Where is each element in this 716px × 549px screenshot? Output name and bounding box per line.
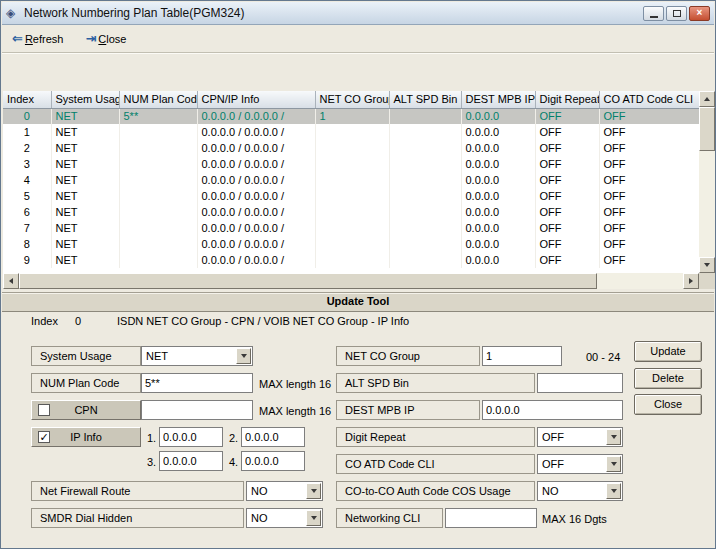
refresh-arrow-icon: ⇐ (12, 33, 23, 45)
table-cell: 8 (3, 236, 51, 252)
ip3-input[interactable] (159, 451, 223, 471)
column-header[interactable]: ALT SPD Bin (389, 91, 461, 108)
column-header[interactable]: DEST MPB IP (461, 91, 535, 108)
column-header[interactable]: CO ATD Code CLI (599, 91, 699, 108)
table-cell: NET (51, 204, 119, 220)
table-row[interactable]: 7NET0.0.0.0 / 0.0.0.0 /0.0.0.0OFFOFF (3, 220, 699, 236)
scrollbar-corner (699, 273, 715, 289)
table-row[interactable]: 6NET0.0.0.0 / 0.0.0.0 /0.0.0.0OFFOFF (3, 204, 699, 220)
co-to-co-auth-dropdown-button[interactable] (606, 483, 621, 499)
ip4-input[interactable] (241, 451, 305, 471)
smdr-dial-hidden-select[interactable]: NO (246, 508, 323, 528)
table-cell: 0.0.0.0 / 0.0.0.0 / (197, 252, 315, 268)
networking-cli-input[interactable] (445, 508, 537, 528)
table-cell: 0.0.0.0 (461, 236, 535, 252)
table-cell: 0.0.0.0 / 0.0.0.0 / (197, 156, 315, 172)
dest-mpb-ip-input[interactable] (482, 400, 623, 420)
table-row[interactable]: 3NET0.0.0.0 / 0.0.0.0 /0.0.0.0OFFOFF (3, 156, 699, 172)
column-header[interactable]: CPN/IP Info (197, 91, 315, 108)
minimize-button[interactable] (643, 6, 664, 21)
vertical-scroll-thumb[interactable] (699, 107, 715, 151)
table-cell (119, 220, 197, 236)
table-row[interactable]: 4NET0.0.0.0 / 0.0.0.0 /0.0.0.0OFFOFF (3, 172, 699, 188)
vertical-scrollbar[interactable] (699, 91, 715, 273)
horizontal-scroll-thumb[interactable] (19, 273, 597, 289)
table-cell: NET (51, 172, 119, 188)
table-cell: 0.0.0.0 / 0.0.0.0 / (197, 108, 315, 124)
table-body: 0NET5**0.0.0.0 / 0.0.0.0 /10.0.0.0OFFOFF… (3, 108, 699, 268)
column-header[interactable]: Digit Repeat (535, 91, 599, 108)
table-grid: IndexSystem UsageNUM Plan CodeCPN/IP Inf… (3, 91, 699, 273)
co-to-co-auth-select[interactable]: NO (537, 481, 623, 501)
net-co-group-label: NET CO Group (336, 346, 480, 366)
cpn-checkbox[interactable] (38, 404, 50, 416)
table-cell (315, 140, 389, 156)
delete-button[interactable]: Delete (634, 368, 702, 389)
close-window-button[interactable]: × (689, 6, 710, 21)
table-row[interactable]: 0NET5**0.0.0.0 / 0.0.0.0 /10.0.0.0OFFOFF (3, 108, 699, 124)
column-header[interactable]: NET CO Group (315, 91, 389, 108)
cpn-toggle[interactable]: CPN (31, 400, 141, 420)
column-header[interactable]: System Usage (51, 91, 119, 108)
index-label: Index (31, 315, 58, 327)
table-cell (389, 188, 461, 204)
net-firewall-route-label: Net Firewall Route (31, 481, 244, 501)
ip2-label: 2. (229, 432, 238, 444)
refresh-button[interactable]: ⇐ Refresh (8, 31, 67, 47)
table-row[interactable]: 5NET0.0.0.0 / 0.0.0.0 /0.0.0.0OFFOFF (3, 188, 699, 204)
digit-repeat-select[interactable]: OFF (537, 427, 623, 447)
close-button[interactable]: Close (634, 394, 702, 415)
toolbar-close-button[interactable]: ⇥ Close (81, 31, 130, 47)
scroll-down-button[interactable] (699, 257, 715, 273)
ip1-label: 1. (147, 432, 156, 444)
cpn-input[interactable] (141, 400, 253, 420)
dialog-window: ◈ Network Numbering Plan Table(PGM324) ×… (0, 0, 716, 549)
ip-info-checkbox[interactable] (38, 431, 50, 443)
table-cell (119, 140, 197, 156)
table-cell (389, 124, 461, 140)
title-bar[interactable]: ◈ Network Numbering Plan Table(PGM324) × (2, 2, 714, 25)
table-row[interactable]: 2NET0.0.0.0 / 0.0.0.0 /0.0.0.0OFFOFF (3, 140, 699, 156)
ip-info-toggle[interactable]: IP Info (31, 427, 141, 447)
system-usage-label: System Usage (31, 346, 141, 366)
net-firewall-route-select[interactable]: NO (246, 481, 323, 501)
table-cell: OFF (535, 220, 599, 236)
smdr-dial-hidden-value: NO (251, 512, 268, 524)
alt-spd-bin-input[interactable] (537, 373, 623, 393)
cpn-hint: MAX length 16 (259, 405, 331, 417)
ip1-input[interactable] (159, 427, 223, 447)
table-cell: NET (51, 108, 119, 124)
digit-repeat-dropdown-button[interactable] (606, 429, 621, 445)
co-atd-code-cli-select[interactable]: OFF (537, 454, 623, 474)
scroll-right-button[interactable] (683, 273, 699, 289)
maximize-button[interactable] (666, 6, 687, 21)
update-button[interactable]: Update (634, 341, 702, 362)
num-plan-code-input[interactable] (141, 373, 253, 393)
table-cell (389, 172, 461, 188)
column-header[interactable]: Index (3, 91, 51, 108)
table-row[interactable]: 8NET0.0.0.0 / 0.0.0.0 /0.0.0.0OFFOFF (3, 236, 699, 252)
scroll-left-button[interactable] (3, 273, 19, 289)
table-cell: NET (51, 156, 119, 172)
system-usage-dropdown-button[interactable] (236, 348, 251, 364)
column-header[interactable]: NUM Plan Code (119, 91, 197, 108)
net-co-group-input[interactable] (482, 346, 562, 366)
table-cell (315, 124, 389, 140)
net-firewall-route-dropdown-button[interactable] (306, 483, 321, 499)
table-row[interactable]: 9NET0.0.0.0 / 0.0.0.0 /0.0.0.0OFFOFF (3, 252, 699, 268)
co-atd-code-cli-dropdown-button[interactable] (606, 456, 621, 472)
table-cell (315, 236, 389, 252)
table-cell (315, 252, 389, 268)
smdr-dial-hidden-label: SMDR Dial Hidden (31, 508, 244, 528)
chevron-down-icon (241, 354, 247, 361)
smdr-dial-hidden-dropdown-button[interactable] (306, 510, 321, 526)
table-row[interactable]: 1NET0.0.0.0 / 0.0.0.0 /0.0.0.0OFFOFF (3, 124, 699, 140)
horizontal-scrollbar[interactable] (3, 273, 699, 289)
table-cell (315, 204, 389, 220)
ip2-input[interactable] (241, 427, 305, 447)
table-cell (389, 108, 461, 124)
digit-repeat-label: Digit Repeat (336, 427, 535, 447)
system-usage-select[interactable]: NET (141, 346, 253, 366)
scroll-up-button[interactable] (699, 91, 715, 107)
networking-cli-hint: MAX 16 Dgts (542, 513, 607, 525)
